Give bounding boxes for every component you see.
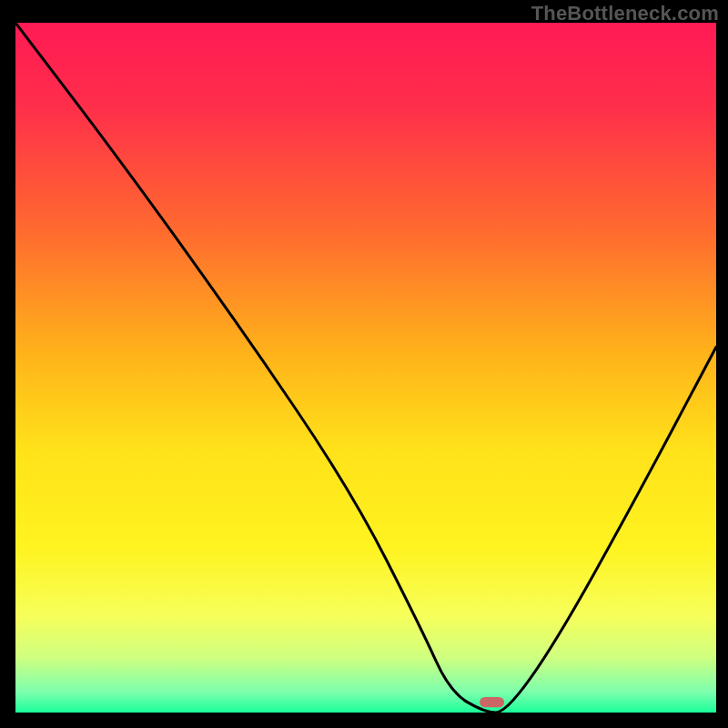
gradient-background xyxy=(15,23,716,713)
optimum-marker xyxy=(480,697,504,707)
plot-svg xyxy=(15,23,716,713)
plot-area xyxy=(15,23,716,713)
chart-frame: TheBottleneck.com xyxy=(0,0,728,728)
